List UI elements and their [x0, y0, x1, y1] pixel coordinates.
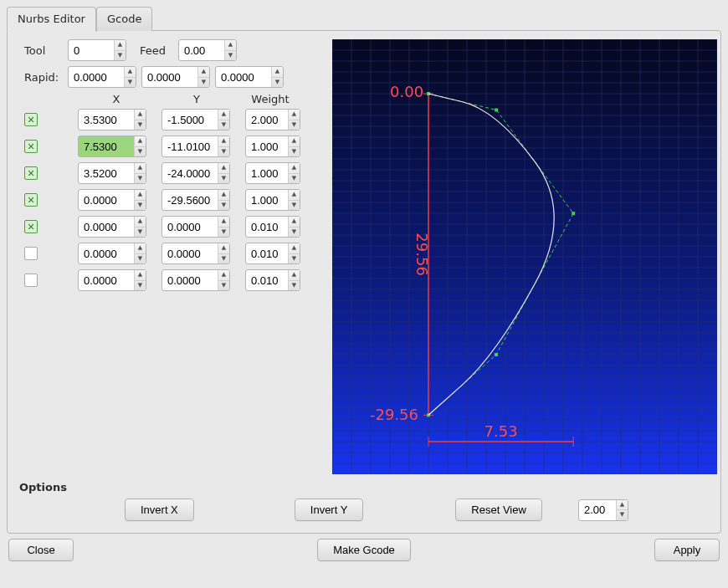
rapid-x-input[interactable]: ▲▼	[68, 66, 136, 88]
close-button[interactable]: Close	[8, 539, 74, 561]
row-enable-checkbox[interactable]: ✕	[24, 166, 38, 180]
rapid-z-input[interactable]: ▲▼	[215, 66, 284, 88]
svg-text:0.00: 0.00	[390, 83, 423, 100]
invert-x-button[interactable]: Invert X	[125, 499, 194, 521]
svg-text:29.56: 29.56	[413, 233, 431, 276]
nurbs-panel: Tool ▲▼ Feed ▲▼ Rapid: ▲▼	[7, 30, 721, 534]
svg-rect-71	[572, 212, 575, 215]
row-x-input[interactable]: ▲▼	[78, 243, 146, 264]
row-x-input[interactable]: ▲▼	[78, 216, 146, 238]
svg-text:-29.56: -29.56	[370, 406, 418, 423]
row-w-input[interactable]: ▲▼	[245, 189, 300, 211]
row-x-input[interactable]: ▲▼	[78, 189, 146, 211]
row-y-input[interactable]: ▲▼	[161, 243, 230, 264]
row-x-input[interactable]: ▲▼	[78, 109, 146, 130]
reset-view-button[interactable]: Reset View	[455, 499, 542, 521]
row-w-input[interactable]: ▲▼	[245, 269, 300, 291]
tab-nurbs-editor[interactable]: Nurbs Editor	[7, 7, 96, 32]
row-enable-checkbox[interactable]	[24, 274, 38, 287]
curve-viewport[interactable]: 0.0029.56-29.567.53	[332, 39, 717, 474]
row-w-input[interactable]: ▲▼	[245, 243, 300, 264]
apply-button[interactable]: Apply	[654, 539, 720, 561]
row-w-input[interactable]: ▲▼	[245, 216, 300, 238]
svg-rect-72	[495, 353, 498, 356]
col-y-label: Y	[156, 93, 237, 105]
options-value-input[interactable]: ▲▼	[578, 499, 628, 521]
col-w-label: Weight	[237, 93, 304, 105]
feed-label: Feed	[140, 44, 173, 57]
row-enable-checkbox[interactable]: ✕	[24, 220, 38, 233]
row-y-input[interactable]: ▲▼	[161, 162, 230, 184]
svg-rect-70	[495, 109, 498, 112]
row-enable-checkbox[interactable]: ✕	[24, 193, 38, 207]
rapid-y-input[interactable]: ▲▼	[141, 66, 210, 88]
row-y-input[interactable]: ▲▼	[161, 109, 230, 130]
row-x-input[interactable]: ▲▼	[78, 269, 146, 291]
make-gcode-button[interactable]: Make Gcode	[317, 539, 411, 561]
svg-text:7.53: 7.53	[484, 422, 518, 440]
rapid-label: Rapid:	[24, 71, 63, 84]
row-x-input[interactable]: ▲▼	[78, 135, 146, 157]
tab-strip: Nurbs Editor Gcode	[7, 7, 721, 31]
row-y-input[interactable]: ▲▼	[161, 135, 230, 157]
row-w-input[interactable]: ▲▼	[245, 109, 300, 130]
row-enable-checkbox[interactable]: ✕	[24, 113, 38, 126]
row-x-input[interactable]: ▲▼	[78, 162, 146, 184]
row-w-input[interactable]: ▲▼	[245, 162, 300, 184]
row-y-input[interactable]: ▲▼	[161, 269, 230, 291]
row-y-input[interactable]: ▲▼	[161, 189, 230, 211]
col-x-label: X	[76, 93, 156, 105]
row-enable-checkbox[interactable]: ✕	[24, 140, 38, 153]
tool-label: Tool	[24, 44, 63, 57]
feed-input[interactable]: ▲▼	[178, 39, 237, 61]
invert-y-button[interactable]: Invert Y	[295, 499, 364, 521]
options-heading: Options	[19, 481, 712, 493]
row-w-input[interactable]: ▲▼	[245, 135, 300, 157]
row-enable-checkbox[interactable]	[24, 247, 38, 260]
tool-input[interactable]: ▲▼	[68, 39, 126, 61]
tab-gcode[interactable]: Gcode	[96, 7, 152, 31]
row-y-input[interactable]: ▲▼	[161, 216, 230, 238]
